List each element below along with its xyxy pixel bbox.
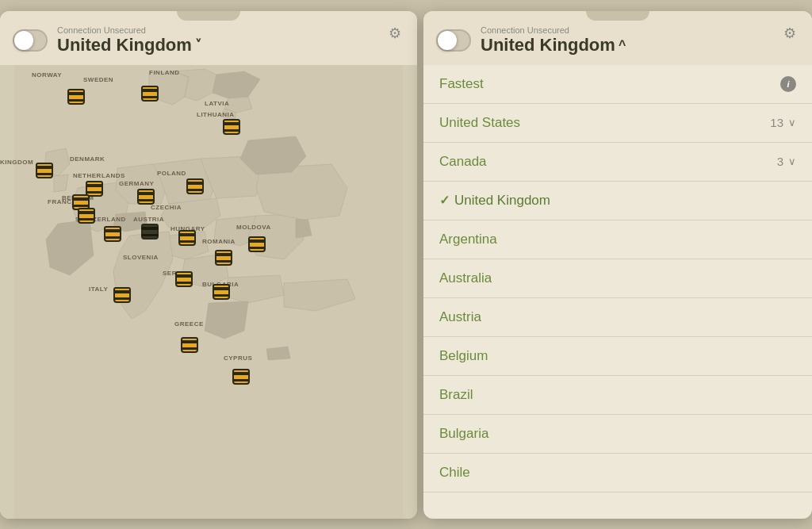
server-count: 13 <box>770 116 783 129</box>
map-panel: Connection Unsecured United Kingdom ˅ ⚙ <box>0 11 417 519</box>
list-item-united-states[interactable]: United States 13 ∨ <box>423 104 812 143</box>
list-item-chile[interactable]: Chile <box>423 454 812 493</box>
map-header: Connection Unsecured United Kingdom ˅ ⚙ <box>0 11 417 65</box>
vpn-toggle-list[interactable] <box>436 29 471 52</box>
list-item-bulgaria[interactable]: Bulgaria <box>423 415 812 454</box>
toggle-knob-list <box>438 31 457 50</box>
pin-greece[interactable] <box>178 331 201 353</box>
country-label: Austria <box>439 309 796 325</box>
connection-status: Connection Unsecured <box>57 25 404 35</box>
country-label: Argentina <box>439 232 796 247</box>
list-item-fastest[interactable]: Fastest i <box>423 65 812 104</box>
barrel-icon <box>175 271 193 287</box>
checkmark-icon: ✓ <box>439 193 450 208</box>
list-item-canada[interactable]: Canada 3 ∨ <box>423 143 812 182</box>
country-label: Belgium <box>439 348 796 364</box>
country-label: United States <box>439 115 770 131</box>
expand-chevron-icon: ∨ <box>788 117 796 128</box>
pin-germany[interactable] <box>135 182 157 205</box>
fastest-label: Fastest <box>439 76 780 92</box>
list-selected-country[interactable]: United Kingdom ^ <box>481 35 799 56</box>
expand-chevron-icon: ∨ <box>788 155 796 167</box>
pin-poland[interactable] <box>184 172 206 194</box>
barrel-dark-icon <box>141 224 159 240</box>
list-panel: Connection Unsecured United Kingdom ^ ⚙ … <box>423 11 812 519</box>
country-label: Bulgaria <box>439 426 796 442</box>
pin-romania[interactable] <box>213 243 235 266</box>
settings-button[interactable]: ⚙ <box>384 22 406 44</box>
barrel-icon <box>178 230 196 246</box>
pin-bulgaria[interactable] <box>210 278 232 300</box>
pin-france[interactable] <box>75 201 98 224</box>
pin-sweden[interactable] <box>139 79 161 102</box>
barrel-icon <box>36 163 53 178</box>
info-icon[interactable]: i <box>780 76 796 92</box>
barrel-icon <box>215 250 232 266</box>
list-header: Connection Unsecured United Kingdom ^ ⚙ <box>423 11 812 65</box>
list-item-belgium[interactable]: Belgium <box>423 337 812 376</box>
pin-hungary[interactable] <box>176 224 198 246</box>
country-label: United Kingdom <box>454 193 796 209</box>
header-text: Connection Unsecured United Kingdom ˅ <box>57 25 404 56</box>
map-container: NORWAY SWEDEN FINLAND LATVIA LITHUANIA D… <box>0 65 417 519</box>
chevron-down-icon: ˅ <box>195 37 201 52</box>
barrel-icon <box>232 369 250 385</box>
country-label: Chile <box>439 465 796 481</box>
list-item-united-kingdom[interactable]: ✓ United Kingdom <box>423 182 812 220</box>
list-item-australia[interactable]: Australia <box>423 259 812 298</box>
country-label: Brazil <box>439 387 796 403</box>
barrel-icon <box>213 284 230 300</box>
list-item-brazil[interactable]: Brazil <box>423 376 812 415</box>
pin-serbia[interactable] <box>173 265 195 287</box>
barrel-icon <box>223 119 240 135</box>
pin-norway[interactable] <box>65 82 87 105</box>
list-connection-status: Connection Unsecured <box>481 25 799 35</box>
pin-uk[interactable] <box>33 156 56 178</box>
list-item-austria[interactable]: Austria <box>423 298 812 337</box>
barrel-icon <box>78 208 95 224</box>
barrel-icon <box>137 189 155 205</box>
toggle-knob <box>14 31 33 50</box>
selected-country[interactable]: United Kingdom ˅ <box>57 35 404 56</box>
pin-italy[interactable] <box>111 281 133 303</box>
server-count: 3 <box>777 155 783 168</box>
barrel-icon <box>186 178 204 194</box>
pin-austria-dark[interactable] <box>139 217 161 240</box>
barrel-icon <box>67 89 85 105</box>
country-label: Canada <box>439 154 777 170</box>
chevron-up-icon: ^ <box>619 38 626 52</box>
list-settings-button[interactable]: ⚙ <box>779 22 801 44</box>
pin-latvia[interactable] <box>220 113 243 135</box>
list-item-argentina[interactable]: Argentina <box>423 220 812 259</box>
pin-switzerland[interactable] <box>102 220 124 242</box>
map-svg <box>0 65 417 519</box>
vpn-toggle[interactable] <box>13 29 48 52</box>
barrel-icon <box>113 287 131 303</box>
barrel-icon <box>248 236 266 252</box>
barrel-icon <box>104 226 121 242</box>
country-list: Fastest i United States 13 ∨ Canada 3 ∨ … <box>423 65 812 519</box>
country-label: Australia <box>439 270 796 286</box>
pin-moldova[interactable] <box>246 230 268 252</box>
list-header-text: Connection Unsecured United Kingdom ^ <box>481 25 799 56</box>
barrel-icon <box>181 337 198 353</box>
pin-cyprus[interactable] <box>230 362 252 385</box>
barrel-icon <box>141 86 159 102</box>
